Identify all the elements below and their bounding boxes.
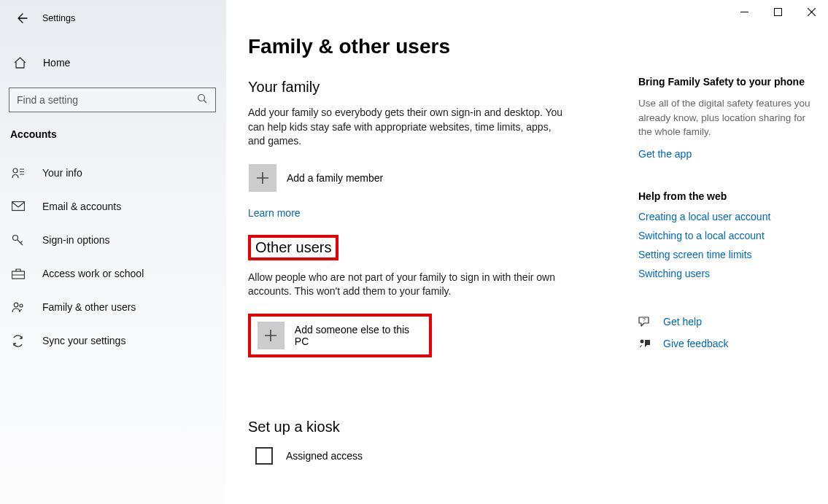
sidebar-item-label: Email & accounts xyxy=(42,201,121,212)
get-help-label: Get help xyxy=(663,316,702,327)
sync-icon xyxy=(12,335,31,347)
sidebar-item-signin[interactable]: Sign-in options xyxy=(0,223,226,257)
give-feedback-label: Give feedback xyxy=(663,338,729,349)
sidebar-item-label: Family & other users xyxy=(42,301,136,313)
add-family-member-button[interactable]: Add a family member xyxy=(248,163,613,193)
people-icon xyxy=(12,301,31,313)
sidebar: Settings Home Accounts Your info Email &… xyxy=(0,0,226,504)
feedback-icon xyxy=(638,338,654,349)
plus-icon xyxy=(249,164,276,192)
minimize-button[interactable] xyxy=(727,0,761,23)
svg-rect-0 xyxy=(740,12,748,12)
svg-rect-1 xyxy=(774,8,781,15)
assigned-access-icon xyxy=(255,447,273,465)
sidebar-item-sync[interactable]: Sync your settings xyxy=(0,324,226,357)
search-icon xyxy=(197,93,208,106)
help-link-switch-users[interactable]: Switching users xyxy=(638,268,813,279)
right-panel: Bring Family Safety to your phone Use al… xyxy=(638,76,813,360)
help-link-switch-local[interactable]: Switching to a local account xyxy=(638,230,813,241)
help-link-screen-time[interactable]: Setting screen time limits xyxy=(638,249,813,260)
get-help-link[interactable]: ? Get help xyxy=(638,316,813,327)
svg-point-8 xyxy=(20,304,23,307)
help-icon: ? xyxy=(638,316,654,327)
settings-header: Settings xyxy=(0,4,226,32)
assigned-access-label: Assigned access xyxy=(286,450,363,462)
family-safety-desc: Use all of the digital safety features y… xyxy=(638,96,813,139)
search-box[interactable] xyxy=(9,88,216,112)
sidebar-item-label: Your info xyxy=(42,167,82,179)
key-icon xyxy=(12,234,31,246)
your-family-desc: Add your family so everybody gets their … xyxy=(248,106,569,149)
your-family-heading: Your family xyxy=(248,79,613,96)
help-link-local-user[interactable]: Creating a local user account xyxy=(638,211,813,222)
add-other-label: Add someone else to this PC xyxy=(295,324,422,347)
user-info-icon xyxy=(12,167,31,179)
svg-point-2 xyxy=(198,95,205,101)
mail-icon xyxy=(12,201,31,212)
sidebar-section-label: Accounts xyxy=(0,112,226,146)
add-family-label: Add a family member xyxy=(287,172,383,184)
sidebar-item-your-info[interactable]: Your info xyxy=(0,156,226,190)
close-button[interactable] xyxy=(794,0,828,23)
svg-point-10 xyxy=(641,339,644,343)
help-web-heading: Help from the web xyxy=(638,190,813,202)
home-label: Home xyxy=(43,57,70,69)
get-app-link[interactable]: Get the app xyxy=(638,148,813,160)
main-content: Family & other users Your family Add you… xyxy=(248,35,613,465)
add-other-user-highlight: Add someone else to this PC xyxy=(248,314,432,357)
maximize-button[interactable] xyxy=(761,0,794,23)
add-other-user-button[interactable]: Add someone else to this PC xyxy=(257,321,423,350)
learn-more-link[interactable]: Learn more xyxy=(248,207,301,219)
sidebar-item-label: Sign-in options xyxy=(42,234,110,246)
sidebar-item-label: Access work or school xyxy=(42,268,144,279)
briefcase-icon xyxy=(12,268,31,279)
other-users-desc: Allow people who are not part of your fa… xyxy=(248,271,569,299)
plus-icon xyxy=(258,322,285,349)
kiosk-heading: Set up a kiosk xyxy=(248,419,613,435)
home-icon xyxy=(14,57,30,69)
give-feedback-link[interactable]: Give feedback xyxy=(638,338,813,349)
sidebar-item-work-school[interactable]: Access work or school xyxy=(0,257,226,290)
window-title: Settings xyxy=(42,13,75,23)
back-button[interactable] xyxy=(10,7,32,29)
other-users-heading-highlight: Other users xyxy=(248,235,338,260)
svg-text:?: ? xyxy=(643,317,646,322)
search-input[interactable] xyxy=(17,94,177,106)
family-safety-heading: Bring Family Safety to your phone xyxy=(638,76,813,88)
sidebar-item-family[interactable]: Family & other users xyxy=(0,290,226,324)
home-nav[interactable]: Home xyxy=(0,48,226,77)
assigned-access-button[interactable]: Assigned access xyxy=(248,447,613,465)
svg-rect-4 xyxy=(12,202,25,211)
page-title: Family & other users xyxy=(248,35,613,58)
svg-point-3 xyxy=(13,168,18,173)
svg-point-5 xyxy=(13,236,18,241)
sidebar-item-email[interactable]: Email & accounts xyxy=(0,190,226,223)
sidebar-nav: Your info Email & accounts Sign-in optio… xyxy=(0,156,226,357)
svg-point-7 xyxy=(14,303,18,307)
sidebar-item-label: Sync your settings xyxy=(42,335,125,346)
other-users-heading: Other users xyxy=(255,239,331,256)
